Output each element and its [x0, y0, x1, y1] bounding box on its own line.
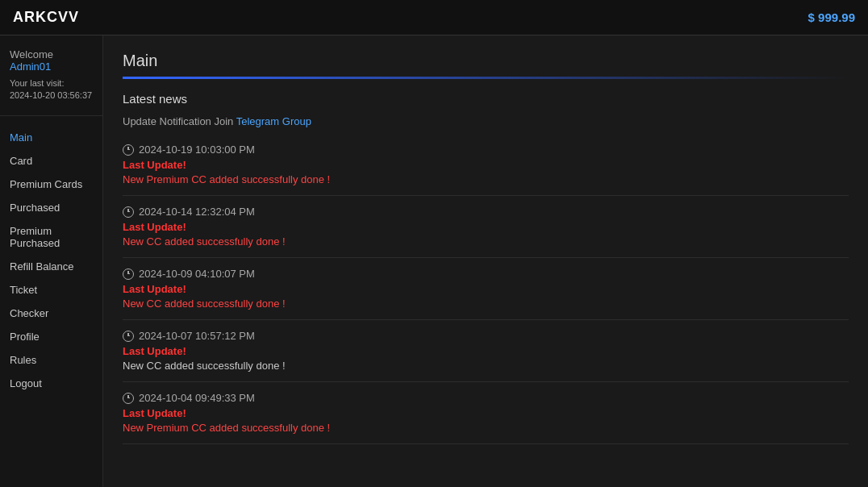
news-item: 2024-10-19 10:03:00 PMLast Update!New Pr…	[123, 144, 849, 185]
news-divider	[123, 257, 849, 258]
sidebar-welcome: Welcome Admin01	[10, 48, 93, 73]
news-datetime: 2024-10-14 12:32:04 PM	[123, 206, 849, 218]
title-divider	[123, 77, 849, 79]
telegram-link[interactable]: Telegram Group	[236, 115, 311, 127]
news-label: Last Update!	[123, 221, 849, 233]
news-divider	[123, 195, 849, 196]
sidebar-item-premium-purchased[interactable]: Premium Purchased	[0, 219, 102, 255]
news-text: New Premium CC added successfully done !	[123, 173, 849, 185]
sidebar-item-profile[interactable]: Profile	[0, 325, 102, 348]
news-datetime-text: 2024-10-14 12:32:04 PM	[139, 206, 255, 218]
sidebar-item-card[interactable]: Card	[0, 149, 102, 173]
clock-icon	[123, 144, 134, 156]
main-content: Main Latest news Update Notification Joi…	[103, 35, 868, 487]
news-item: 2024-10-07 10:57:12 PMLast Update!New CC…	[123, 330, 849, 372]
sidebar: Welcome Admin01 Your last visit: 2024-10…	[0, 35, 103, 487]
sidebar-item-purchased[interactable]: Purchased	[0, 196, 102, 219]
sidebar-item-rules[interactable]: Rules	[0, 348, 102, 372]
sidebar-item-ticket[interactable]: Ticket	[0, 278, 102, 302]
layout: Welcome Admin01 Your last visit: 2024-10…	[0, 35, 868, 487]
page-title: Main	[123, 52, 849, 70]
news-label: Last Update!	[123, 407, 849, 419]
navbar-brand: ARKCVV	[13, 9, 79, 26]
news-datetime: 2024-10-07 10:57:12 PM	[123, 330, 849, 342]
news-text: New CC added successfully done !	[123, 298, 849, 310]
news-item: 2024-10-09 04:10:07 PMLast Update!New CC…	[123, 268, 849, 310]
sidebar-nav: MainCardPremium CardsPurchasedPremium Pu…	[0, 126, 102, 395]
clock-icon	[123, 206, 134, 218]
navbar: ARKCVV $ 999.99	[0, 0, 868, 35]
news-datetime-text: 2024-10-07 10:57:12 PM	[139, 330, 255, 342]
news-text: New Premium CC added successfully done !	[123, 422, 849, 434]
news-datetime-text: 2024-10-09 04:10:07 PM	[139, 268, 255, 280]
sidebar-item-checker[interactable]: Checker	[0, 302, 102, 325]
clock-icon	[123, 268, 134, 280]
clock-icon	[123, 393, 134, 404]
clock-icon	[123, 331, 134, 342]
news-datetime-text: 2024-10-04 09:49:33 PM	[139, 392, 255, 404]
sidebar-item-refill-balance[interactable]: Refill Balance	[0, 255, 102, 278]
news-datetime: 2024-10-09 04:10:07 PM	[123, 268, 849, 280]
sidebar-item-logout[interactable]: Logout	[0, 372, 102, 395]
sidebar-username: Admin01	[10, 60, 51, 73]
news-divider	[123, 381, 849, 382]
news-text: New CC added successfully done !	[123, 360, 849, 372]
section-title: Latest news	[123, 92, 849, 106]
news-label: Last Update!	[123, 345, 849, 357]
news-divider	[123, 319, 849, 320]
news-datetime: 2024-10-19 10:03:00 PM	[123, 144, 849, 156]
news-item: 2024-10-14 12:32:04 PMLast Update!New CC…	[123, 206, 849, 248]
notification-line: Update Notification Join Telegram Group	[123, 115, 849, 127]
sidebar-item-premium-cards[interactable]: Premium Cards	[0, 173, 102, 196]
sidebar-user: Welcome Admin01 Your last visit: 2024-10…	[0, 48, 102, 116]
navbar-balance: $ 999.99	[808, 10, 855, 24]
sidebar-item-main[interactable]: Main	[0, 126, 102, 149]
news-text: New CC added successfully done !	[123, 235, 849, 248]
news-datetime-text: 2024-10-19 10:03:00 PM	[139, 144, 255, 156]
sidebar-lastvisit: Your last visit: 2024-10-20 03:56:37	[10, 77, 93, 102]
news-datetime: 2024-10-04 09:49:33 PM	[123, 392, 849, 404]
news-container: 2024-10-19 10:03:00 PMLast Update!New Pr…	[123, 144, 849, 444]
news-item: 2024-10-04 09:49:33 PMLast Update!New Pr…	[123, 392, 849, 434]
news-label: Last Update!	[123, 159, 849, 171]
news-label: Last Update!	[123, 283, 849, 295]
news-divider	[123, 443, 849, 444]
